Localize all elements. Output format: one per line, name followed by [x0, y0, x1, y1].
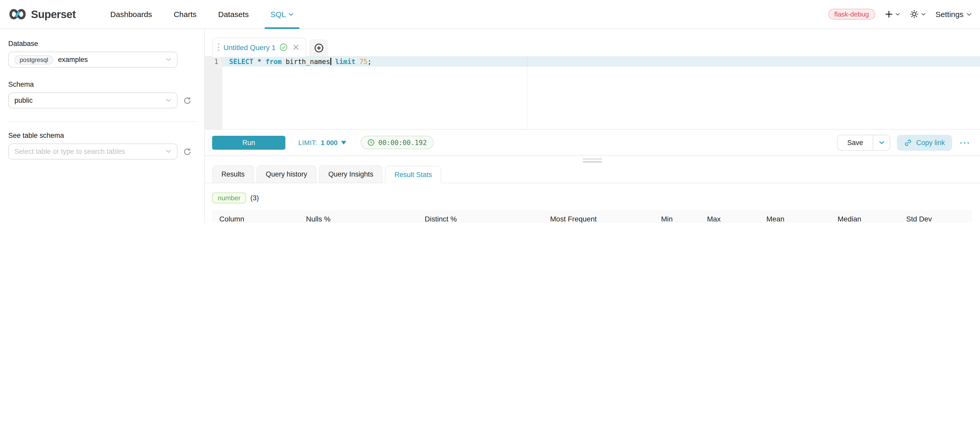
column-header: Mean — [766, 215, 838, 223]
sun-icon — [910, 10, 919, 19]
sql-token: 75 — [360, 58, 368, 65]
number-type-badge: number — [212, 193, 246, 203]
column-header: Std Dev — [906, 215, 972, 223]
save-options-button[interactable] — [873, 135, 890, 150]
sidebar-divider — [8, 121, 196, 122]
sql-lab-sidebar: Database postgresql examples Schema publ… — [0, 29, 205, 223]
database-select-value: examples — [58, 56, 165, 64]
sql-lab-page: Superset Dashboards Charts Datasets SQL … — [0, 0, 980, 223]
new-item-button[interactable] — [885, 10, 900, 18]
schema-select-value: public — [14, 97, 165, 104]
schema-label: Schema — [8, 81, 196, 88]
chevron-down-icon — [879, 141, 885, 144]
theme-toggle[interactable] — [910, 10, 926, 19]
sql-code-line[interactable]: SELECT * from birth_names limit 75; — [223, 57, 980, 67]
brand-wordmark: Superset — [31, 8, 76, 21]
editor-gutter: 1 — [205, 57, 223, 129]
sql-token: SELECT — [229, 58, 253, 65]
schema-select[interactable]: public — [8, 92, 178, 108]
add-query-tab-button[interactable] — [309, 39, 328, 56]
column-header: Median — [838, 215, 906, 223]
plus-icon — [885, 10, 893, 18]
query-tab-title: Untitled Query 1 — [223, 43, 275, 51]
column-header: Column — [212, 215, 306, 223]
query-tab-untitled-query-1[interactable]: Untitled Query 1 — [212, 38, 306, 57]
chevron-down-icon — [165, 150, 171, 153]
sql-editor-panel: Untitled Query 1 1 SELECT * from birth_n… — [205, 29, 980, 223]
chevron-down-icon — [967, 13, 972, 16]
tab-query-history[interactable]: Query history — [256, 165, 317, 183]
chevron-down-icon — [165, 99, 171, 102]
copy-link-button[interactable]: Copy link — [897, 134, 952, 150]
tab-result-stats[interactable]: Result Stats — [385, 166, 441, 183]
column-header: Most Frequent — [550, 215, 661, 223]
caret-down-icon — [341, 141, 346, 144]
environment-badge: flask-debug — [828, 9, 875, 20]
sql-token — [331, 58, 335, 65]
main-nav: Dashboards Charts Datasets SQL — [99, 0, 304, 29]
sql-token: limit — [335, 58, 355, 65]
section-badge-row: number(3) — [212, 193, 972, 203]
sql-token: * — [253, 58, 266, 65]
nav-item-datasets[interactable]: Datasets — [207, 0, 259, 29]
sql-token — [355, 58, 360, 65]
limit-dropdown[interactable]: LIMIT: 1 000 — [298, 139, 346, 147]
query-elapsed-timer: 00:00:00.192 — [361, 136, 433, 149]
section-number: number(3)ColumnNulls %Distinct %Most Fre… — [212, 193, 972, 223]
database-engine-tag: postgresql — [14, 55, 53, 64]
database-label: Database — [8, 40, 196, 48]
nav-item-dashboards[interactable]: Dashboards — [99, 0, 163, 29]
more-options-button[interactable]: ··· — [959, 138, 972, 147]
column-count: (3) — [250, 194, 259, 202]
nav-item-sql[interactable]: SQL — [259, 0, 304, 29]
sql-token: from — [266, 58, 282, 65]
drag-handle-icon[interactable] — [218, 43, 220, 51]
superset-logo[interactable]: Superset — [8, 8, 76, 21]
column-header: Nulls % — [306, 215, 425, 223]
sql-code-editor[interactable]: 1 SELECT * from birth_names limit 75; — [205, 57, 980, 129]
chevron-down-icon — [896, 13, 900, 16]
tab-query-insights[interactable]: Query Insights — [319, 165, 383, 183]
save-split-button: Save — [837, 134, 891, 150]
editor-toolbar: Run LIMIT: 1 000 00:00:00.192 Save — [205, 129, 980, 156]
database-select[interactable]: postgresql examples — [8, 52, 178, 68]
refresh-schemas-button[interactable] — [183, 96, 191, 105]
column-header: Max — [707, 215, 766, 223]
sql-token: ; — [368, 58, 372, 65]
print-margin-ruler — [527, 57, 527, 129]
result-tabstrip: Results Query history Query Insights Res… — [205, 165, 980, 183]
chevron-down-icon — [165, 58, 171, 61]
table-select-placeholder: Select table or type to search tables — [14, 148, 162, 155]
navbar-right: flask-debug Settings — [828, 9, 972, 20]
column-header: Min — [661, 215, 707, 223]
link-icon — [904, 139, 912, 147]
chevron-down-icon — [921, 13, 926, 16]
refresh-icon — [183, 96, 191, 105]
table-select[interactable]: Select table or type to search tables — [8, 143, 178, 159]
refresh-tables-button[interactable] — [183, 147, 191, 156]
sql-token: birth_names — [282, 58, 330, 65]
nav-item-charts[interactable]: Charts — [163, 0, 207, 29]
query-tabstrip: Untitled Query 1 — [205, 29, 980, 57]
line-number: 1 — [205, 57, 223, 67]
pane-resize-handle[interactable] — [205, 156, 980, 165]
refresh-icon — [183, 147, 191, 156]
table-header-row: ColumnNulls %Distinct %Most FrequentMinM… — [212, 210, 972, 223]
clock-icon — [368, 139, 375, 146]
tab-results[interactable]: Results — [212, 165, 254, 183]
plus-circle-icon — [314, 43, 323, 53]
query-success-check-icon — [280, 43, 288, 51]
close-tab-icon[interactable] — [293, 45, 299, 50]
column-header: Distinct % — [425, 215, 550, 223]
result-stats-content: number(3)ColumnNulls %Distinct %Most Fre… — [205, 183, 980, 223]
toolbar-right: Save Copy link ··· — [837, 134, 972, 150]
superset-infinity-icon — [8, 8, 27, 21]
settings-menu[interactable]: Settings — [935, 10, 972, 19]
table-schema-label: See table schema — [8, 132, 196, 139]
run-button[interactable]: Run — [212, 135, 285, 150]
save-button[interactable]: Save — [837, 135, 873, 150]
top-navbar: Superset Dashboards Charts Datasets SQL … — [0, 0, 980, 29]
chevron-down-icon — [288, 13, 294, 16]
